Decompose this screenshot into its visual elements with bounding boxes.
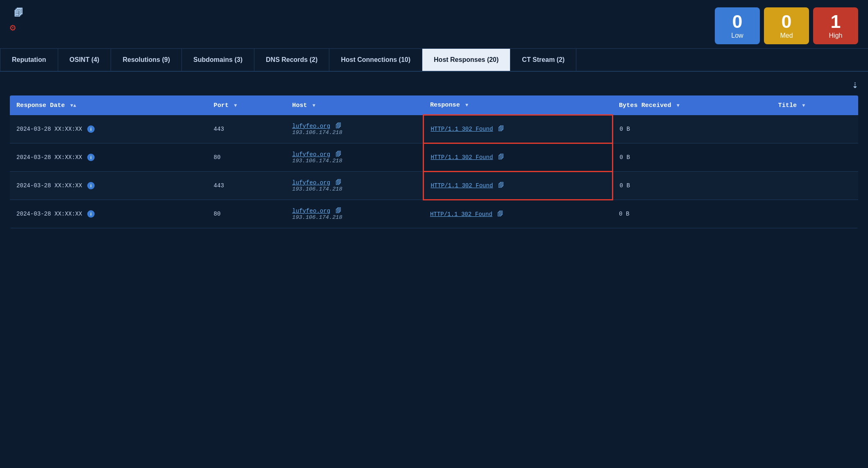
cell-port: 80 <box>207 200 286 228</box>
badge-low: 0 Low <box>715 7 760 44</box>
host-link[interactable]: lufyfeo.org <box>292 208 330 214</box>
filter-icon: ▼ <box>802 103 805 109</box>
th-response-date[interactable]: Response Date ▼▲ <box>10 95 207 115</box>
ip-text: 193.106.174.218 <box>292 158 416 164</box>
filter-icon: ▼ <box>313 103 315 109</box>
copy-host-icon[interactable]: 🗐 <box>335 179 341 186</box>
cell-port: 80 <box>207 143 286 171</box>
th-port[interactable]: Port ▼ <box>207 95 286 115</box>
copy-host-icon[interactable]: 🗐 <box>335 151 341 158</box>
cell-title <box>772 171 858 200</box>
info-icon[interactable]: i <box>87 125 95 133</box>
badge-med: 0 Med <box>764 7 809 44</box>
badge-number-high: 1 <box>831 12 841 31</box>
download-icon[interactable]: ⇣ <box>852 78 858 91</box>
cell-port: 443 <box>207 171 286 200</box>
response-link[interactable]: HTTP/1.1 302 Found <box>431 154 493 161</box>
copy-host-icon[interactable]: 🗐 <box>335 207 341 214</box>
info-icon[interactable]: i <box>87 210 95 218</box>
tab-host-responses[interactable]: Host Responses (20) <box>422 49 510 71</box>
response-link[interactable]: HTTP/1.1 302 Found <box>430 211 492 218</box>
info-icon[interactable]: i <box>87 154 95 161</box>
bytes-value: 0 B <box>620 126 630 132</box>
host-responses-table: Response Date ▼▲Port ▼Host ▼Response ▼By… <box>10 95 858 228</box>
table-row: 2024-03-28 XX:XX:XX i 80 lufyfeo.org 🗐 1… <box>10 143 858 171</box>
port-value: 80 <box>214 211 221 217</box>
date-text: 2024-03-28 XX:XX:XX <box>16 211 82 217</box>
filter-icon: ▼ <box>465 102 468 108</box>
cell-host: lufyfeo.org 🗐 193.106.174.218 <box>286 171 424 200</box>
info-icon[interactable]: i <box>87 182 95 189</box>
bytes-value: 0 B <box>619 211 629 217</box>
download-bar: ⇣ <box>10 78 858 91</box>
cell-title <box>772 115 858 143</box>
badge-number-low: 0 <box>732 12 743 31</box>
tab-subdomains[interactable]: Subdomains (3) <box>182 49 254 71</box>
cell-date: 2024-03-28 XX:XX:XX i <box>10 143 207 171</box>
ip-text: 193.106.174.218 <box>292 186 416 192</box>
date-text: 2024-03-28 XX:XX:XX <box>16 126 82 132</box>
th-title[interactable]: Title ▼ <box>772 95 858 115</box>
th-response[interactable]: Response ▼ <box>424 95 612 115</box>
sort-icon: ▼▲ <box>70 103 76 109</box>
bytes-value: 0 B <box>620 182 630 189</box>
cell-port: 443 <box>207 115 286 143</box>
copy-response-icon[interactable]: 🗐 <box>498 125 504 132</box>
copy-host-icon[interactable]: 🗐 <box>335 123 341 129</box>
response-link[interactable]: HTTP/1.1 302 Found <box>431 126 493 132</box>
cell-host: lufyfeo.org 🗐 193.106.174.218 <box>286 143 424 171</box>
gear-icon[interactable]: ⚙ <box>10 22 16 34</box>
response-link[interactable]: HTTP/1.1 302 Found <box>431 182 493 189</box>
cell-date: 2024-03-28 XX:XX:XX i <box>10 171 207 200</box>
th-bytes-received[interactable]: Bytes Received ▼ <box>612 95 772 115</box>
copy-response-icon[interactable]: 🗐 <box>498 182 504 189</box>
host-link[interactable]: lufyfeo.org <box>292 123 330 129</box>
copy-response-icon[interactable]: 🗐 <box>497 211 503 218</box>
main-content: ⇣ Response Date ▼▲Port ▼Host ▼Response ▼… <box>0 72 868 235</box>
badge-number-med: 0 <box>782 12 792 31</box>
badge-label-low: Low <box>731 32 743 39</box>
port-value: 443 <box>214 182 224 189</box>
cell-response: HTTP/1.1 302 Found 🗐 <box>424 200 612 228</box>
ip-text: 193.106.174.218 <box>292 129 416 136</box>
th-host[interactable]: Host ▼ <box>286 95 424 115</box>
port-value: 80 <box>214 154 221 161</box>
cell-bytes: 0 B <box>612 115 772 143</box>
copy-domain-icon[interactable]: 🗐 <box>14 7 23 18</box>
cell-response: HTTP/1.1 302 Found 🗐 <box>424 143 612 171</box>
site-title-container: 🗐 <box>10 7 23 18</box>
tab-host-connections[interactable]: Host Connections (10) <box>329 49 422 71</box>
badge-label-high: High <box>829 32 843 39</box>
table-row: 2024-03-28 XX:XX:XX i 80 lufyfeo.org 🗐 1… <box>10 200 858 228</box>
header-left: 🗐 ⚙ <box>10 7 23 34</box>
cell-host: lufyfeo.org 🗐 193.106.174.218 <box>286 115 424 143</box>
page-header: 🗐 ⚙ 0 Low 0 Med 1 High <box>0 0 868 49</box>
date-text: 2024-03-28 XX:XX:XX <box>16 182 82 189</box>
cell-date: 2024-03-28 XX:XX:XX i <box>10 115 207 143</box>
tab-ct-stream[interactable]: CT Stream (2) <box>510 49 576 71</box>
bytes-value: 0 B <box>620 154 630 161</box>
cell-bytes: 0 B <box>612 200 772 228</box>
cell-title <box>772 200 858 228</box>
table-header: Response Date ▼▲Port ▼Host ▼Response ▼By… <box>10 95 858 115</box>
date-text: 2024-03-28 XX:XX:XX <box>16 154 82 161</box>
badge-high: 1 High <box>813 7 858 44</box>
tab-dns-records[interactable]: DNS Records (2) <box>254 49 329 71</box>
tab-resolutions[interactable]: Resolutions (9) <box>111 49 182 71</box>
cell-title <box>772 143 858 171</box>
ip-text: 193.106.174.218 <box>292 214 417 220</box>
tab-reputation[interactable]: Reputation <box>0 49 58 71</box>
cell-response: HTTP/1.1 302 Found 🗐 <box>424 171 612 200</box>
copy-response-icon[interactable]: 🗐 <box>498 154 504 161</box>
cell-bytes: 0 B <box>612 143 772 171</box>
tab-osint[interactable]: OSINT (4) <box>58 49 111 71</box>
filter-icon: ▼ <box>677 103 680 109</box>
badge-label-med: Med <box>780 32 793 39</box>
score-badges: 0 Low 0 Med 1 High <box>715 7 858 44</box>
host-link[interactable]: lufyfeo.org <box>292 151 330 158</box>
port-value: 443 <box>214 126 224 132</box>
filter-icon: ▼ <box>234 103 237 109</box>
host-link[interactable]: lufyfeo.org <box>292 179 330 186</box>
table-row: 2024-03-28 XX:XX:XX i 443 lufyfeo.org 🗐 … <box>10 171 858 200</box>
cell-date: 2024-03-28 XX:XX:XX i <box>10 200 207 228</box>
